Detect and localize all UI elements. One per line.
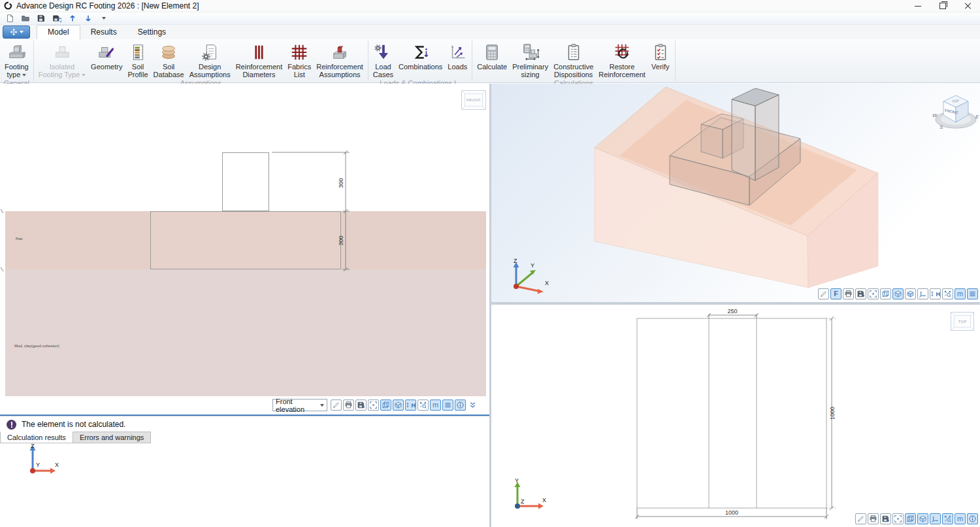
info-toggle[interactable] <box>455 400 466 411</box>
pencil-icon <box>819 290 828 298</box>
constructive-dispositions-button[interactable]: ConstructiveDispositions <box>551 41 596 79</box>
ribbon-group-loads-combinations: LoadCases Combinations Loads Loads & Com… <box>368 39 472 82</box>
restore-button[interactable] <box>930 0 955 12</box>
axes-icon <box>931 515 939 523</box>
axis-label-x: X <box>55 462 59 468</box>
wireframe-toggle[interactable] <box>905 513 916 524</box>
axes-toggle[interactable] <box>930 513 941 524</box>
save-as-button[interactable] <box>51 13 63 24</box>
design-assumptions-button[interactable]: DesignAssumptions <box>187 41 233 79</box>
open-file-button[interactable] <box>20 13 31 24</box>
save-image-icon <box>881 515 890 523</box>
reinforcement-diameters-button[interactable]: ReinforcementDiameters <box>233 41 286 79</box>
wireframe-toggle[interactable] <box>880 288 891 299</box>
arrow-down-icon <box>84 14 93 23</box>
tab-errors-warnings[interactable]: Errors and warnings <box>73 432 151 443</box>
zoom-window-button[interactable] <box>942 513 953 524</box>
top-view-cube[interactable]: TOP <box>951 312 974 331</box>
printer-icon <box>344 401 353 409</box>
zoom-extents-button[interactable] <box>368 400 379 411</box>
combinations-button[interactable]: Combinations <box>396 41 445 71</box>
tab-results[interactable]: Results <box>80 26 127 39</box>
front-cube-label: FRONT <box>465 94 483 107</box>
double-chevron-down-icon <box>468 401 477 409</box>
reinforcement-assumptions-button[interactable]: ReinforcementAssumptions <box>314 41 366 79</box>
front-view-cube[interactable]: FRONT <box>461 90 486 110</box>
zoom-window-button[interactable] <box>417 400 429 411</box>
print-view-button[interactable] <box>843 288 854 299</box>
ribbon-group-calculations: Calculate Preliminarysizing Constructive… <box>472 39 675 82</box>
calculate-button[interactable]: Calculate <box>474 41 510 71</box>
measure-toggle[interactable]: m <box>430 400 441 411</box>
dim-footing-side: 1000 <box>829 407 836 420</box>
export-button[interactable] <box>82 13 94 24</box>
qat-customize-button[interactable] <box>98 13 110 24</box>
close-button[interactable] <box>955 0 980 12</box>
fabrics-list-button[interactable]: FabricsList <box>285 41 314 79</box>
tab-calculation-results[interactable]: Calculation results <box>0 432 73 443</box>
zoom-window-button[interactable] <box>942 288 953 299</box>
legend-toggle[interactable] <box>442 400 453 411</box>
iso-axis-triad: Z Y X <box>507 256 553 296</box>
measure-icon: m <box>957 515 963 522</box>
print-view-button[interactable] <box>868 513 879 524</box>
tab-model[interactable]: Model <box>37 25 80 39</box>
tab-settings[interactable]: Settings <box>127 26 176 39</box>
zoom-extents-button[interactable] <box>868 288 879 299</box>
export-image-button[interactable] <box>355 400 367 411</box>
chevron-down-icon <box>102 17 106 20</box>
info-toggle[interactable] <box>967 513 978 524</box>
iso-3d-viewport[interactable]: W S E TOP FRONT Z Y X F <box>491 84 980 302</box>
front-filter-icon: F <box>834 290 838 298</box>
wireframe-toggle[interactable] <box>380 400 391 411</box>
axis-label-x: X <box>545 280 549 286</box>
print-view-button[interactable] <box>343 400 354 411</box>
minimize-button[interactable] <box>906 0 930 12</box>
import-button[interactable] <box>67 13 78 24</box>
footing-type-button[interactable]: Footing type <box>2 41 31 79</box>
shaded-toggle[interactable] <box>917 513 928 524</box>
view-selector[interactable]: Front elevation <box>272 399 327 411</box>
front-filter-toggle[interactable]: F <box>830 288 841 299</box>
export-image-button[interactable] <box>855 288 866 299</box>
geometry-button[interactable]: Geometry <box>88 41 125 71</box>
loads-button[interactable]: Loads <box>445 41 470 71</box>
axes-toggle[interactable] <box>917 288 928 299</box>
solid-toggle[interactable] <box>905 288 916 299</box>
front-axis-triad: Z X Y <box>14 442 60 479</box>
wireframe-cube-icon <box>881 290 890 298</box>
fit-height-toggle[interactable]: H <box>930 288 941 299</box>
collapse-panel-button[interactable] <box>467 400 478 411</box>
save-button[interactable] <box>35 13 47 24</box>
dim-footing-length: 1000 <box>725 509 738 516</box>
list-lines-icon <box>968 290 977 298</box>
edit-view-button[interactable] <box>855 513 866 524</box>
dim-column-width: 250 <box>727 308 737 314</box>
isolated-footing-type-button[interactable]: Isolated Footing Type <box>36 41 88 79</box>
top-cube-label: TOP <box>954 315 971 328</box>
soil-profile-button[interactable]: SoilProfile <box>125 41 150 79</box>
edit-view-button[interactable] <box>818 288 829 299</box>
iso-view-cube[interactable]: W S E TOP FRONT <box>930 90 980 132</box>
soil-database-button[interactable]: SoilDatabase <box>151 41 187 79</box>
fit-height-toggle[interactable]: H <box>405 400 416 411</box>
app-menu-button[interactable] <box>3 26 30 39</box>
front-elevation-viewport[interactable]: Peat Mud, clay(good cohesion) 300 300 FR… <box>0 84 489 527</box>
legend-toggle[interactable] <box>967 288 978 299</box>
verify-button[interactable]: Verify <box>648 41 673 71</box>
preliminary-sizing-button[interactable]: Preliminarysizing <box>510 41 551 79</box>
measure-toggle[interactable]: m <box>955 288 966 299</box>
restore-reinforcement-button[interactable]: RestoreReinforcement <box>596 41 648 79</box>
zoom-extents-button[interactable] <box>892 513 904 524</box>
shaded-toggle[interactable] <box>393 400 404 411</box>
ribbon: Footing type General Isolated Footing Ty… <box>0 39 980 83</box>
shaded-toggle[interactable] <box>892 288 904 299</box>
export-image-button[interactable] <box>880 513 891 524</box>
application-window: Advance Design RC Footing 2026 : [New El… <box>0 0 980 527</box>
load-cases-button[interactable]: LoadCases <box>370 41 396 79</box>
edit-view-button[interactable] <box>331 400 342 411</box>
warning-icon <box>7 420 16 430</box>
new-file-button[interactable] <box>4 13 16 24</box>
top-view-viewport[interactable]: 250 1000 1000 TOP Y X Z <box>491 305 980 527</box>
measure-toggle[interactable]: m <box>955 513 966 524</box>
